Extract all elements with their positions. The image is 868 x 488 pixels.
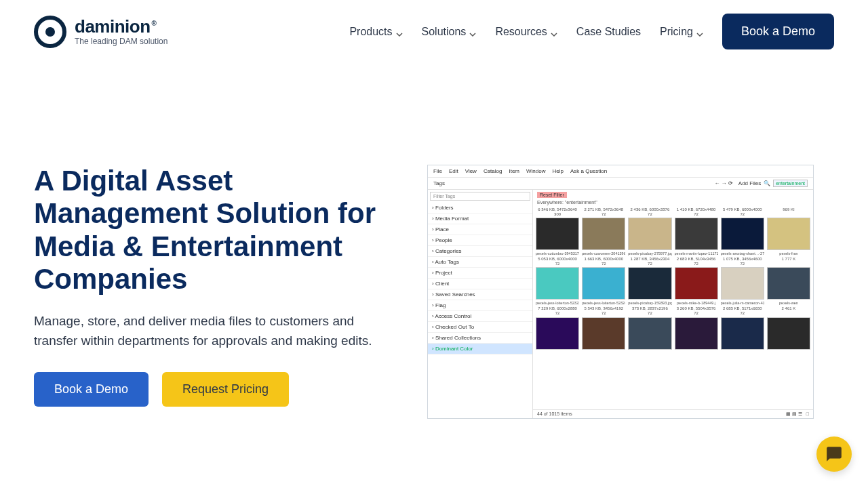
thumbnail (767, 317, 810, 350)
menu-file: File (433, 168, 442, 174)
item-count: 44 of 1015 items (537, 411, 572, 417)
sidebar-item: › Auto Tags (428, 257, 532, 268)
hero-request-pricing-button[interactable]: Request Pricing (162, 372, 289, 407)
app-content: Reset Filter Everywhere: "entertainment"… (533, 190, 813, 418)
chevron-down-icon (469, 28, 476, 35)
menu-item: Item (509, 168, 519, 174)
app-status: 44 of 1015 items ▦ ▤ ☰ □ (533, 409, 813, 418)
chat-icon (825, 445, 843, 463)
logo-tagline: The leading DAM solution (75, 37, 167, 46)
app-sidebar: Filter Tags › Folders› Media Format› Pla… (428, 190, 533, 418)
hero-section: A Digital Asset Management Solution for … (0, 165, 868, 419)
hero-screenshot: File Edit View Catalog Item Window Help … (427, 165, 834, 419)
search-scope: Everywhere: "entertainment" (533, 200, 813, 206)
sidebar-item: › Place (428, 224, 532, 235)
logo-brand: daminion® (75, 18, 167, 35)
menu-catalog: Catalog (484, 168, 502, 174)
thumbnail (582, 267, 625, 300)
reset-filter-button: Reset Filter (537, 192, 567, 198)
menu-ask: Ask a Question (570, 168, 607, 174)
hero-ctas: Book a Demo Request Pricing (34, 372, 387, 407)
thumbnail (721, 317, 764, 350)
app-toolbar: Tags ← → ⟳ Add Files 🔍 entertainment (428, 178, 813, 190)
hero-book-demo-button[interactable]: Book a Demo (34, 372, 149, 407)
nav-products[interactable]: Products (349, 26, 402, 38)
thumbnail (582, 218, 625, 250)
nav-case-studies-label: Case Studies (576, 26, 641, 38)
menu-help: Help (552, 168, 563, 174)
chat-button[interactable] (816, 436, 852, 472)
sidebar-item: › Dominant Color (428, 344, 532, 354)
header-book-demo-button[interactable]: Book a Demo (722, 14, 834, 49)
main-nav: Products Solutions Resources Case Studie… (349, 14, 834, 49)
nav-products-label: Products (349, 26, 392, 38)
nav-resources-label: Resources (495, 26, 547, 38)
thumbnail (767, 267, 810, 300)
logo-area[interactable]: daminion® The leading DAM solution (34, 16, 167, 48)
sidebar-item: › People (428, 235, 532, 246)
thumbnail (582, 317, 625, 350)
thumbnail (721, 218, 764, 250)
logo-text: daminion® The leading DAM solution (75, 18, 167, 46)
sidebar-item: › Folders (428, 203, 532, 214)
chevron-down-icon (396, 28, 403, 35)
site-header: daminion® The leading DAM solution Produ… (0, 0, 868, 63)
nav-pricing[interactable]: Pricing (660, 26, 703, 38)
nav-solutions[interactable]: Solutions (422, 26, 477, 38)
sidebar-item: › Project (428, 268, 532, 279)
sidebar-item: › Access Control (428, 311, 532, 322)
sidebar-item: › Client (428, 279, 532, 289)
nav-pricing-label: Pricing (660, 26, 693, 38)
sidebar-item: › Saved Searches (428, 289, 532, 300)
thumbnail (628, 218, 671, 250)
thumbnail (628, 267, 671, 300)
sidebar-item: › Media Format (428, 214, 532, 224)
filter-tags-input: Filter Tags (430, 192, 530, 201)
chevron-down-icon (551, 28, 557, 35)
sidebar-item: › Shared Collections (428, 333, 532, 344)
chevron-down-icon (696, 28, 703, 35)
thumbnail (536, 317, 579, 350)
hero-text: A Digital Asset Management Solution for … (34, 165, 387, 419)
sidebar-item: › Flag (428, 300, 532, 311)
hero-title: A Digital Asset Management Solution for … (34, 165, 387, 296)
thumbnail (675, 218, 718, 250)
app-screenshot: File Edit View Catalog Item Window Help … (427, 165, 814, 419)
thumbnail (675, 267, 718, 300)
thumbnail (536, 218, 579, 250)
thumbnail (675, 317, 718, 350)
menu-window: Window (526, 168, 545, 174)
thumbnail (628, 317, 671, 350)
sidebar-item: › Checked Out To (428, 322, 532, 333)
thumbnail (536, 267, 579, 300)
logo-icon (34, 16, 66, 48)
menu-view: View (465, 168, 477, 174)
thumbnail (767, 218, 810, 250)
menu-edit: Edit (449, 168, 458, 174)
search-input: entertainment (773, 180, 808, 187)
sidebar-item: › Categories (428, 246, 532, 257)
nav-solutions-label: Solutions (422, 26, 467, 38)
hero-subtitle: Manage, store, and deliver media files t… (34, 312, 387, 350)
thumbnail (721, 267, 764, 300)
tags-label: Tags (433, 180, 445, 186)
app-menubar: File Edit View Catalog Item Window Help … (428, 165, 813, 178)
nav-resources[interactable]: Resources (495, 26, 557, 38)
add-files-label: Add Files (738, 180, 761, 186)
nav-case-studies[interactable]: Case Studies (576, 26, 641, 38)
